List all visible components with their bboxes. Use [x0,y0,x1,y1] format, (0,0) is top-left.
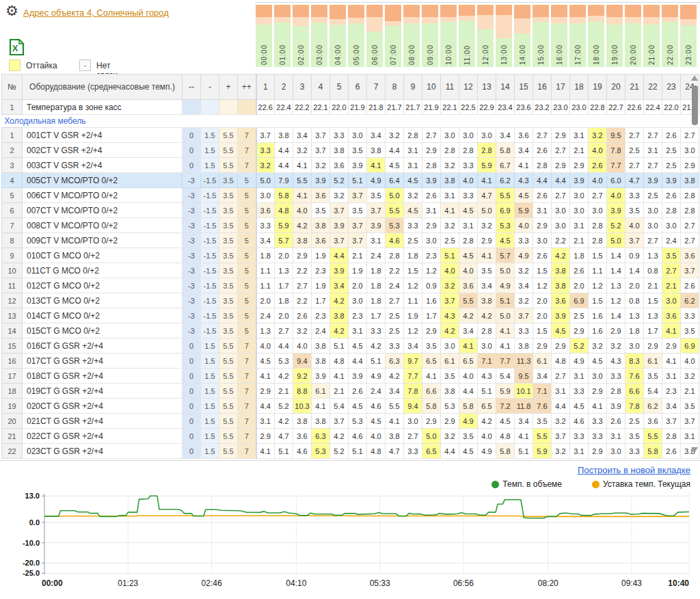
temp-value-cell: 1.9 [349,263,367,278]
temp-value-cell: 4.4 [256,399,275,414]
temp-value-cell: 3.5 [625,203,644,218]
hour-bar-alarm-segment [293,5,309,17]
temp-value-cell: 23.0 [570,100,589,115]
temp-value-cell: 3.4 [404,338,422,354]
equipment-row[interactable]: 16017CT G GSR +2/+401.55.574.55.39.43.84… [2,354,699,369]
threshold-value: 5 [238,173,256,188]
temp-value-cell: 21.7 [404,100,422,115]
equipment-row[interactable]: 21022CT G GSR +2/+401.55.572.94.73.66.34… [2,429,699,444]
temp-value-cell: 4.4 [533,173,552,188]
col-header-threshold-1: -- [183,75,201,100]
equipment-row[interactable]: 3003CT V GSR +2/+401.55.573.24.44.13.23.… [2,158,699,173]
temp-value-cell: 3.3 [570,384,589,399]
temp-value-cell: 4.5 [386,158,404,173]
equipment-row[interactable]: 9010CT G MCO 0/+2-3-1.53.551.82.02.91.94… [2,248,699,263]
temp-value-cell: 2.8 [459,233,478,248]
hour-bar-ok-segment: 22:00 [662,22,678,67]
equipment-row[interactable]: 20021CT G GSR +2/+401.55.573.14.23.83.83… [2,414,699,429]
temp-value-cell: 1.6 [589,323,607,338]
temp-value-cell: 4.8 [496,429,515,444]
equipment-row[interactable]: 1001CT V GSR +2/+401.55.573.73.83.43.73.… [2,128,699,143]
gear-icon[interactable]: ⚙ [5,3,18,19]
equipment-row[interactable]: 5006CT V MCO/PTO 0/+2-3-1.53.553.05.84.1… [2,188,699,203]
chart-section: Построить в новой вкладке Темп. в объеме… [0,460,700,599]
equipment-row[interactable]: 12013CT G MCO 0/+2-3-1.53.552.01.82.21.7… [2,293,699,308]
hour-bar-warn-segment [385,21,401,26]
temp-value-cell: 4.2 [330,429,349,444]
temp-value-cell: 1.8 [256,248,275,263]
threshold-value: -1.5 [201,203,219,218]
temp-value-cell: 2.5 [662,143,681,158]
threshold-value: 5.5 [219,128,238,143]
temp-value-cell: 1.5 [644,293,662,308]
equipment-name: 014CT G MCO 0/+2 [23,308,183,323]
threshold-value: 5 [238,323,256,338]
temp-value-cell: 2.7 [422,128,441,143]
temp-value-cell: 7.7 [496,354,515,369]
threshold-value: 3.5 [219,188,238,203]
equipment-row[interactable]: 15016CT G GSR +2/+401.55.574.04.44.03.85… [2,338,699,354]
temp-value-cell: 3.4 [293,128,312,143]
temp-value-cell: 3.7 [312,143,330,158]
threshold-value: 7 [238,338,256,354]
equipment-row[interactable]: 19020CT G GSR +2/+401.55.574.45.210.34.1… [2,399,699,414]
threshold-value [238,100,256,115]
equipment-row[interactable]: 22023CT G GSR +2/+401.55.574.15.14.65.35… [2,444,699,459]
temp-value-cell: 3.9 [367,218,386,233]
object-address-link[interactable]: Адрес объекта 4, Солнечный город [23,8,169,18]
hour-bar: 10:00 [440,5,457,67]
temp-value-cell: 4.1 [459,338,478,354]
threshold-value: 5 [238,293,256,308]
scrollbar-up-icon[interactable] [691,75,698,81]
equipment-row[interactable]: 7008CT V MCO/PTO 0/+2-3-1.53.553.35.94.2… [2,218,699,233]
section-label-link[interactable]: Холодильная мебель [2,115,699,128]
equipment-row[interactable]: 6007CT V MCO/PTO 0/+2-3-1.53.553.64.84.0… [2,203,699,218]
table-header-row: № Оборудование (среднечасовые темп.) ---… [2,75,699,100]
temp-value-cell: 3.6 [312,233,330,248]
excel-export-icon[interactable]: X [9,38,25,56]
hour-bar-alarm-segment [440,5,457,17]
temp-value-cell: 9.4 [404,399,422,414]
temp-value-cell: 3.6 [293,429,312,444]
threshold-value: 7 [238,399,256,414]
threshold-value [201,100,219,115]
hour-bar-alarm-segment [422,5,438,17]
temp-value-cell: 4.9 [367,369,386,384]
temp-value-cell: 4.4 [275,158,293,173]
equipment-row[interactable]: 10011CT G MCO 0/+2-3-1.53.551.11.32.22.3… [2,263,699,278]
equipment-name: Температура в зоне касс [23,100,183,115]
equipment-row[interactable]: 13014CT G MCO 0/+2-3-1.53.552.42.02.62.3… [2,308,699,323]
open-in-new-tab-link[interactable]: Построить в новой вкладке [578,465,690,475]
hour-bar-ok-segment: 08:00 [403,23,420,67]
temp-value-cell: 3.7 [552,429,570,444]
equipment-row[interactable]: 11012CT G MCO 0/+2-3-1.53.551.11.72.71.9… [2,278,699,293]
legend-label-temp: Темп. в объеме [502,479,562,489]
threshold-value: 0 [183,143,201,158]
equipment-row[interactable]: 2002CT V GSR +2/+401.55.573.34.43.23.73.… [2,143,699,158]
equipment-row[interactable]: 8009CT V MCO/PTO 0/+2-3-1.53.553.45.73.8… [2,233,699,248]
equipment-row[interactable]: 17018CT G GSR +2/+401.55.574.14.29.23.94… [2,369,699,384]
temp-value-cell: 5.1 [349,444,367,459]
temp-value-cell: 2.6 [662,444,681,459]
temp-value-cell: 2.1 [570,143,589,158]
temp-value-cell: 2.7 [625,158,644,173]
hour-label: 09:00 [427,44,434,65]
hour-bar-alarm-segment [514,5,530,18]
equipment-row[interactable]: 14015CT G MCO 0/+2-3-1.53.551.32.73.22.4… [2,323,699,338]
equipment-row[interactable]: 4005CT V MCO/PTO 0/+2-3-1.53.555.07.95.5… [2,173,699,188]
scrollbar-thumb[interactable] [692,85,698,125]
equipment-row[interactable]: 18019CT G GSR +2/+401.55.572.92.18.86.12… [2,384,699,399]
temp-value-cell: 3.8 [478,293,496,308]
kass-temperature-row[interactable]: 1Температура в зоне касс22.622.422.222.1… [2,100,699,115]
temp-value-cell: 2.5 [404,233,422,248]
col-header-num: № [2,75,23,100]
row-number: 18 [2,384,23,399]
temp-value-cell: 4.0 [459,263,478,278]
equipment-name: 016CT G GSR +2/+4 [23,338,183,354]
temp-value-cell: 6.5 [459,354,478,369]
temp-value-cell: 6.3 [386,354,404,369]
scrollbar-down-icon[interactable] [691,447,698,453]
temp-value-cell: 22.2 [293,100,312,115]
threshold-value: 0 [183,414,201,429]
temp-value-cell: 1.9 [312,248,330,263]
